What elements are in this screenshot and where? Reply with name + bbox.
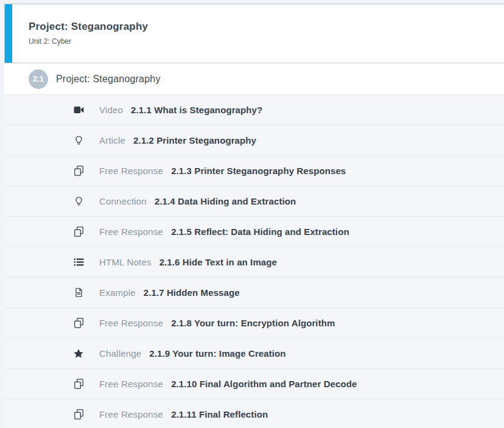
lesson-title: 2.1.4 Data Hiding and Extraction: [155, 196, 296, 206]
lesson-type-label: Free Response: [99, 226, 163, 237]
copy-icon: [65, 378, 92, 390]
lesson-type-label: HTML Notes: [99, 257, 152, 267]
lesson-title: 2.1.6 Hide Text in an Image: [159, 257, 277, 267]
section-number-badge: 2.1: [29, 69, 48, 89]
lesson-row[interactable]: Challenge 2.1.9 Your turn: Image Creatio…: [4, 339, 504, 369]
lesson-title: 2.1.10 Final Algorithm and Partner Decod…: [171, 379, 357, 389]
lesson-row[interactable]: Free Response 2.1.8 Your turn: Encryptio…: [4, 308, 504, 339]
copy-icon: [65, 317, 92, 329]
copy-icon: [65, 409, 92, 420]
lesson-title: 2.1.5 Reflect: Data Hiding and Extractio…: [171, 226, 349, 237]
lesson-title: 2.1.11 Final Reflection: [171, 409, 268, 419]
lesson-type-label: Free Response: [99, 166, 163, 176]
section-header-row[interactable]: 2.1 Project: Steganography: [4, 63, 504, 95]
lesson-type-label: Connection: [99, 196, 147, 206]
lesson-title: 2.1.3 Printer Steganography Responses: [171, 166, 346, 176]
lesson-title: 2.1.8 Your turn: Encryption Algorithm: [171, 318, 335, 328]
lesson-type-label: Video: [99, 105, 123, 115]
lesson-row[interactable]: HTML Notes 2.1.6 Hide Text in an Image: [4, 247, 504, 278]
lesson-title: 2.1.1 What is Steganography?: [131, 105, 262, 115]
module-title: Project: Steganography: [29, 21, 148, 33]
list-icon: [65, 256, 92, 268]
lesson-row[interactable]: Connection 2.1.4 Data Hiding and Extract…: [4, 186, 504, 217]
lesson-row[interactable]: Free Response 2.1.10 Final Algorithm and…: [4, 369, 504, 399]
video-icon: [65, 104, 92, 116]
lesson-type-label: Free Response: [99, 318, 163, 328]
lesson-title: 2.1.2 Printer Steganography: [133, 135, 256, 146]
lesson-type-label: Free Response: [99, 379, 163, 389]
lesson-type-label: Challenge: [99, 348, 141, 359]
module-header-text: Project: Steganography Unit 2: Cyber: [12, 4, 148, 63]
lesson-row[interactable]: Free Response 2.1.11 Final Reflection: [4, 399, 504, 428]
star-icon: [65, 348, 92, 360]
lesson-type-label: Article: [99, 135, 125, 146]
lesson-type-label: Free Response: [99, 409, 163, 419]
copy-icon: [65, 226, 92, 237]
lesson-row[interactable]: Video 2.1.1 What is Steganography?: [4, 95, 504, 125]
module-page: Project: Steganography Unit 2: Cyber 2.1…: [4, 4, 504, 428]
lesson-row[interactable]: Free Response 2.1.5 Reflect: Data Hiding…: [4, 217, 504, 247]
module-header: Project: Steganography Unit 2: Cyber: [4, 4, 504, 63]
lesson-title: 2.1.9 Your turn: Image Creation: [149, 348, 285, 359]
lightbulb-icon: [65, 135, 92, 146]
section-title: Project: Steganography: [56, 74, 161, 85]
lesson-title: 2.1.7 Hidden Message: [144, 287, 240, 298]
accent-stripe: [5, 4, 12, 63]
lesson-row[interactable]: Article 2.1.2 Printer Steganography: [4, 125, 504, 156]
lesson-row[interactable]: Free Response 2.1.3 Printer Steganograph…: [4, 156, 504, 186]
lesson-list: Video 2.1.1 What is Steganography? Artic…: [4, 95, 504, 428]
lesson-type-label: Example: [99, 287, 136, 298]
lesson-row[interactable]: Example 2.1.7 Hidden Message: [4, 278, 504, 308]
copy-icon: [65, 165, 92, 177]
document-icon: [65, 287, 92, 298]
lightbulb-icon: [65, 196, 92, 206]
module-subtitle: Unit 2: Cyber: [29, 37, 148, 46]
